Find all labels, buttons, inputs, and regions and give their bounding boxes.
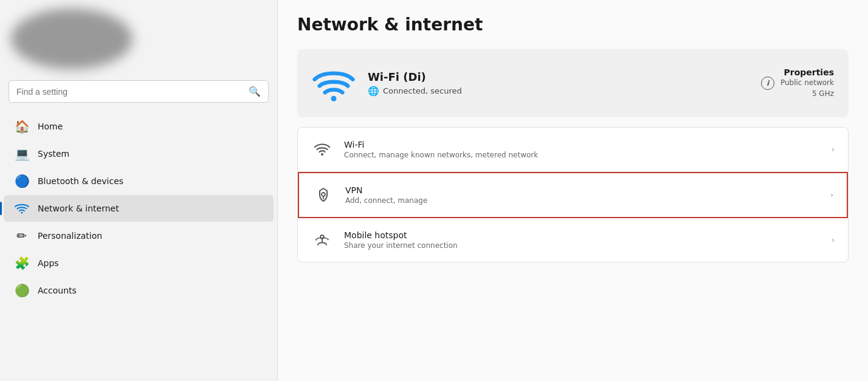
wifi-setting-desc: Connect, manage known networks, metered … — [344, 151, 538, 159]
properties-title: Properties — [780, 67, 834, 77]
sidebar-item-accounts[interactable]: 🟢 Accounts — [4, 277, 274, 304]
info-icon: i — [761, 77, 774, 90]
network-icon — [15, 201, 29, 216]
system-icon: 💻 — [15, 146, 29, 161]
sidebar-item-personalization[interactable]: ✏️ Personalization — [4, 222, 274, 249]
setting-item-wifi[interactable]: Wi-Fi Connect, manage known networks, me… — [298, 128, 848, 172]
sidebar-item-label: System — [38, 149, 69, 159]
sidebar-item-label: Personalization — [38, 231, 102, 241]
main-content: Network & internet Wi-Fi (Di) 🌐 Connecte… — [278, 0, 868, 381]
sidebar-item-apps[interactable]: 🧩 Apps — [4, 250, 274, 276]
chevron-icon: › — [832, 236, 835, 244]
hotspot-setting-icon — [311, 229, 333, 251]
sidebar-item-label: Network & internet — [38, 204, 119, 213]
accounts-icon: 🟢 — [15, 283, 29, 298]
vpn-setting-title: VPN — [345, 185, 427, 195]
sidebar-nav: 🏠 Home 💻 System 🔵 Bluetooth & devices Ne… — [0, 112, 277, 381]
bluetooth-icon: 🔵 — [15, 174, 29, 188]
apps-icon: 🧩 — [15, 256, 29, 270]
wifi-name: Wi-Fi (Di) — [368, 70, 749, 83]
sidebar-item-bluetooth[interactable]: 🔵 Bluetooth & devices — [4, 168, 274, 194]
wifi-properties[interactable]: i Properties Public network 5 GHz — [761, 67, 834, 99]
wifi-hero-info: Wi-Fi (Di) 🌐 Connected, secured — [368, 70, 749, 97]
sidebar-item-system[interactable]: 💻 System — [4, 140, 274, 167]
chevron-icon: › — [830, 191, 833, 199]
page-title: Network & internet — [297, 15, 849, 35]
vpn-setting-desc: Add, connect, manage — [345, 196, 427, 205]
sidebar-item-label: Accounts — [38, 286, 77, 295]
globe-icon: 🌐 — [368, 86, 379, 97]
personalization-icon: ✏️ — [15, 228, 29, 243]
sidebar-item-home[interactable]: 🏠 Home — [4, 113, 274, 140]
wifi-hero-icon — [312, 61, 356, 105]
wifi-setting-text: Wi-Fi Connect, manage known networks, me… — [344, 140, 538, 159]
svg-point-0 — [21, 212, 23, 214]
sidebar: 🔍 🏠 Home 💻 System 🔵 Bluetooth & devices — [0, 0, 277, 381]
hotspot-setting-title: Mobile hotspot — [344, 230, 458, 240]
wifi-status: 🌐 Connected, secured — [368, 86, 749, 97]
hotspot-setting-desc: Share your internet connection — [344, 241, 458, 250]
vpn-setting-icon — [312, 184, 334, 206]
sidebar-item-label: Bluetooth & devices — [38, 176, 123, 186]
search-box[interactable]: 🔍 — [9, 80, 269, 103]
wifi-setting-icon — [311, 139, 333, 160]
wifi-properties-text: Properties Public network 5 GHz — [780, 67, 834, 99]
wifi-hero-card: Wi-Fi (Di) 🌐 Connected, secured i Proper… — [297, 49, 849, 117]
wifi-setting-title: Wi-Fi — [344, 140, 538, 149]
search-icon: 🔍 — [249, 86, 261, 97]
chevron-icon: › — [832, 145, 835, 154]
settings-list: Wi-Fi Connect, manage known networks, me… — [297, 127, 849, 263]
properties-frequency: 5 GHz — [780, 88, 834, 99]
search-input[interactable] — [16, 87, 244, 97]
setting-item-hotspot[interactable]: Mobile hotspot Share your internet conne… — [298, 218, 848, 262]
wifi-status-text: Connected, secured — [383, 86, 462, 95]
properties-network-type: Public network — [780, 77, 834, 88]
hotspot-setting-text: Mobile hotspot Share your internet conne… — [344, 230, 458, 250]
svg-point-1 — [331, 96, 337, 101]
svg-point-2 — [321, 153, 323, 156]
sidebar-item-network[interactable]: Network & internet — [4, 195, 274, 222]
vpn-setting-text: VPN Add, connect, manage — [345, 185, 427, 205]
sidebar-item-label: Home — [38, 122, 63, 131]
setting-item-vpn[interactable]: VPN Add, connect, manage › — [298, 172, 848, 218]
sidebar-item-label: Apps — [38, 258, 59, 268]
home-icon: 🏠 — [15, 119, 29, 134]
